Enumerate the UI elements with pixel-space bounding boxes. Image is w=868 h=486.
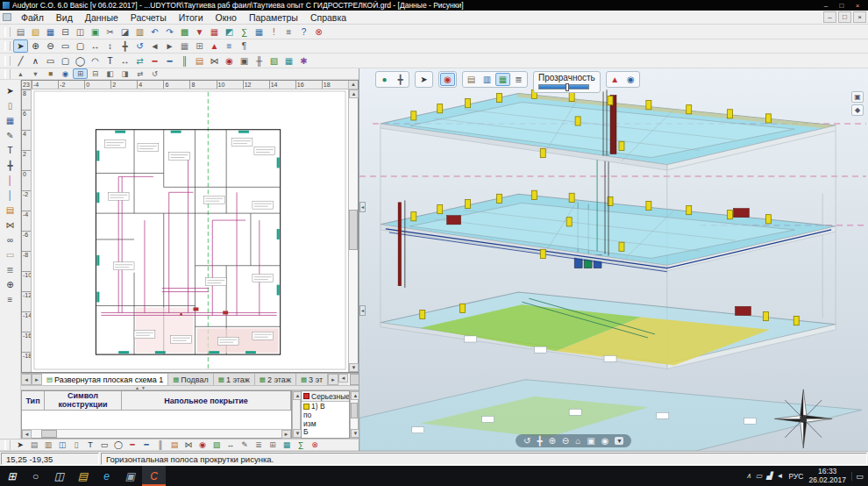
note-filter-icon[interactable]: ✎ (238, 440, 252, 450)
mirror-icon[interactable]: ⇄ (132, 68, 147, 79)
save-small-icon[interactable]: ▦ (2, 113, 18, 127)
zoom-window-icon[interactable]: ▭ (58, 39, 73, 53)
scroll-down-button[interactable]: ▼ (349, 363, 359, 372)
error-list[interactable]: 1) В по изм Б (302, 402, 349, 438)
options-icon[interactable]: ≡ (281, 25, 296, 39)
taskbar-clock[interactable]: 16:33 26.02.2017 (808, 468, 846, 485)
nav-camera-icon[interactable]: ◉ (601, 436, 609, 446)
window-icon[interactable]: ◫ (55, 440, 69, 450)
cut-icon[interactable]: ✂ (103, 25, 117, 39)
tab-scroll-more-button[interactable]: ► (328, 374, 338, 385)
rectangle-tool-icon[interactable]: ▭ (43, 54, 58, 68)
tab-basement[interactable]: ▦ Подвал (168, 374, 214, 385)
valve-filter-icon[interactable]: ⋈ (181, 440, 196, 450)
walls-view-icon[interactable]: ▦ (495, 73, 510, 86)
paste-icon[interactable]: ▥ (132, 25, 147, 39)
nav-orbit-icon[interactable]: ↺ (523, 436, 530, 446)
child-minimize-button[interactable]: – (823, 11, 836, 23)
menu-help[interactable]: Справка (304, 11, 352, 24)
connections-check-icon[interactable]: ▲ (207, 39, 222, 53)
audytor-app-icon[interactable]: C (142, 466, 166, 486)
print-preview-icon[interactable]: ◫ (73, 25, 88, 39)
door-icon[interactable]: ▯ (69, 440, 83, 450)
pointer-tool-icon[interactable]: ➤ (2, 83, 18, 97)
zoom-tool-icon[interactable]: ⊕ (2, 277, 18, 291)
nav-more-button[interactable]: ▾ (615, 437, 623, 445)
zoom-height-icon[interactable]: ↕ (103, 39, 117, 53)
scroll-left-button[interactable]: ◄ (22, 430, 32, 439)
tab-floor-2[interactable]: ▦ 2 этаж (255, 374, 296, 385)
nav-zoom-in-icon[interactable]: ⊕ (548, 436, 555, 446)
zone-filter-icon[interactable]: ▧ (210, 440, 224, 450)
sum-filter-icon[interactable]: ∑ (294, 440, 308, 450)
nav-fit-icon[interactable]: ▣ (587, 436, 594, 446)
dimension-filter-icon[interactable]: ↔ (224, 440, 238, 450)
error-vertical-scrollbar[interactable]: ▲ ▼ (350, 390, 359, 439)
riser-tool-icon[interactable]: ║ (177, 54, 192, 68)
scroll-left-button[interactable]: ◄ (338, 374, 348, 382)
eraser-icon[interactable]: ▭ (2, 247, 18, 261)
radiator-filter-icon[interactable]: ▤ (167, 440, 181, 450)
task-view-button[interactable]: ◫ (47, 466, 71, 486)
child-close-button[interactable]: × (853, 11, 866, 23)
pane-collapse-button[interactable]: ◄ (359, 202, 366, 212)
menu-parameters[interactable]: Параметры (243, 11, 304, 24)
app-icon[interactable]: ▣ (118, 466, 142, 486)
text-tool-icon[interactable]: T (103, 54, 117, 68)
transparency-slider[interactable] (538, 84, 589, 89)
open-file-icon[interactable]: ▧ (28, 25, 43, 39)
pan-icon[interactable]: ╋ (117, 39, 132, 53)
transparency-control[interactable]: Прозрачность (533, 71, 601, 93)
group-icon[interactable]: ⊞ (73, 68, 88, 79)
manifold-tool-icon[interactable]: ╫ (252, 54, 267, 68)
ellipse-tool-icon[interactable]: ◯ (73, 54, 88, 68)
grid-toggle-icon[interactable]: ▦ (177, 39, 192, 53)
scroll-up-button[interactable]: ▲ (349, 89, 359, 98)
visibility-icon[interactable]: ◉ (58, 68, 73, 79)
transparency-slider-thumb[interactable] (566, 83, 569, 91)
constructions-table[interactable]: Тип Символ конструкции Напольное покрыти… (21, 390, 292, 439)
next-view-icon[interactable]: ► (162, 39, 177, 53)
column-header-flooring[interactable]: Напольное покрытие (122, 391, 291, 410)
zoom-in-icon[interactable]: ⊕ (28, 39, 43, 53)
swap-icon[interactable]: ⇄ (132, 54, 147, 68)
menu-window[interactable]: Окно (210, 11, 243, 24)
return-pipe-icon[interactable]: │ (2, 188, 18, 202)
menu-results[interactable]: Итоги (173, 11, 210, 24)
new-drawing-icon[interactable]: ▤ (13, 25, 28, 39)
results-icon[interactable]: ▦ (252, 25, 267, 39)
rotate-icon[interactable]: ↺ (147, 68, 162, 79)
select-tool-icon[interactable]: ➤ (13, 39, 28, 53)
pump-tool-icon[interactable]: ◉ (222, 54, 237, 68)
menu-data[interactable]: Данные (79, 11, 125, 24)
zone-tool-icon[interactable]: ▧ (267, 54, 281, 68)
exit-icon[interactable]: ⊗ (311, 25, 326, 39)
bring-front-icon[interactable]: ◧ (103, 68, 117, 79)
format-painter-icon[interactable]: ¶ (237, 39, 252, 53)
table-filter-icon[interactable]: ▦ (280, 440, 294, 450)
previous-view-icon[interactable]: ◄ (147, 39, 162, 53)
help-icon[interactable]: ? (296, 25, 311, 39)
room-tool-icon[interactable]: ▦ (281, 54, 296, 68)
tab-flat-scheme[interactable]: ▤ Развернутая плоская схема 1 (42, 374, 168, 385)
scroll-right-button[interactable]: ► (281, 430, 291, 439)
scrollbar-thumb[interactable] (349, 210, 358, 250)
radiator-icon[interactable]: ▤ (2, 203, 18, 217)
table-vertical-scrollbar[interactable]: ▲ ▼ (292, 390, 301, 439)
return-pipe-tool-icon[interactable]: ━ (162, 54, 177, 68)
tab-floor-1[interactable]: ▦ 1 этаж (214, 374, 255, 385)
view-cube-icon[interactable]: ▣ (851, 91, 864, 103)
child-restore-button[interactable]: □ (838, 11, 851, 23)
calculation-icon[interactable]: ∑ (237, 25, 252, 39)
return-filter-icon[interactable]: ━ (139, 440, 153, 450)
scrollbar-thumb[interactable] (41, 430, 57, 438)
pane-collapse-button[interactable]: ◄ (359, 305, 366, 316)
scrollbar-track[interactable] (351, 400, 358, 429)
volume-icon[interactable]: ◄ (777, 472, 784, 480)
supply-filter-icon[interactable]: ━ (125, 440, 139, 450)
supply-pipe-icon[interactable]: │ (2, 173, 18, 187)
redo-icon[interactable]: ↷ (162, 25, 177, 39)
language-indicator[interactable]: РУС (788, 472, 803, 481)
start-button[interactable]: ⊞ (0, 466, 24, 486)
circle-filter-icon[interactable]: ◯ (111, 440, 125, 450)
